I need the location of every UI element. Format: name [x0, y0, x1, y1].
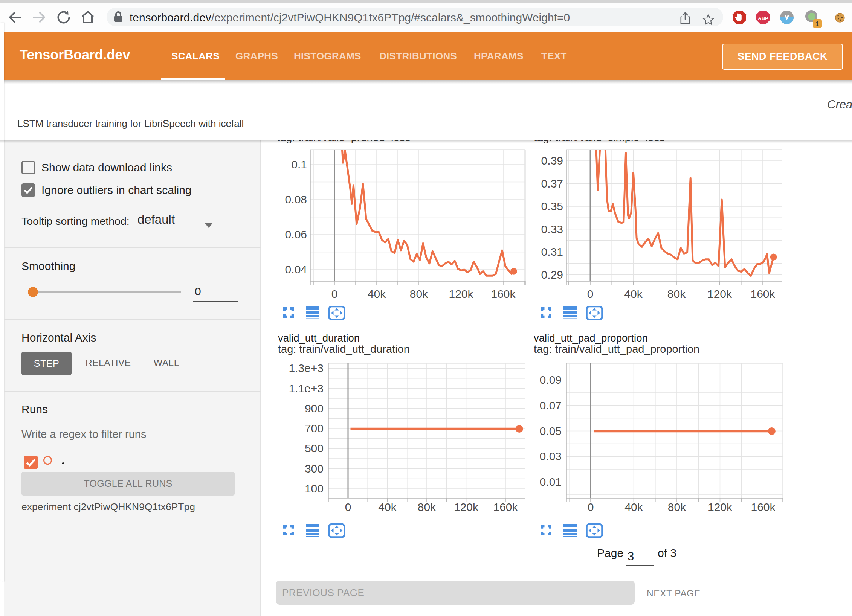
- svg-text:0.29: 0.29: [541, 268, 563, 281]
- svg-text:0.03: 0.03: [540, 450, 562, 462]
- svg-text:0.04: 0.04: [285, 263, 307, 276]
- svg-text:tag: train/valid_utt_pad_propo: tag: train/valid_utt_pad_proportion: [534, 343, 699, 355]
- svg-text:0.33: 0.33: [541, 223, 563, 235]
- svg-text:0.06: 0.06: [285, 228, 307, 241]
- svg-text:valid_utt_duration: valid_utt_duration: [278, 332, 360, 344]
- svg-text:0.08: 0.08: [285, 193, 307, 206]
- svg-text:160k: 160k: [491, 288, 516, 300]
- svg-text:120k: 120k: [707, 288, 732, 300]
- svg-text:80k: 80k: [410, 288, 428, 300]
- svg-text:160k: 160k: [751, 501, 776, 513]
- svg-text:0.1: 0.1: [291, 158, 307, 171]
- svg-text:300: 300: [305, 462, 324, 475]
- svg-text:40k: 40k: [624, 288, 643, 300]
- svg-text:160k: 160k: [493, 501, 518, 513]
- svg-text:80k: 80k: [668, 501, 686, 513]
- svg-text:0.05: 0.05: [540, 425, 562, 437]
- svg-text:0.07: 0.07: [540, 399, 562, 412]
- svg-text:1.3e+3: 1.3e+3: [289, 362, 324, 374]
- svg-text:120k: 120k: [454, 501, 479, 513]
- svg-text:0: 0: [345, 501, 351, 513]
- svg-text:40k: 40k: [624, 501, 643, 513]
- svg-text:120k: 120k: [449, 288, 473, 300]
- svg-text:0.35: 0.35: [541, 200, 563, 212]
- svg-text:80k: 80k: [667, 288, 686, 300]
- svg-text:0.09: 0.09: [540, 374, 562, 386]
- svg-text:40k: 40k: [368, 288, 386, 300]
- svg-text:900: 900: [305, 402, 324, 415]
- svg-text:0.01: 0.01: [540, 476, 562, 488]
- svg-text:80k: 80k: [418, 501, 436, 513]
- svg-text:0: 0: [587, 288, 594, 300]
- svg-text:1: 1: [815, 20, 819, 27]
- svg-text:0.37: 0.37: [541, 177, 563, 190]
- svg-text:0: 0: [588, 501, 594, 513]
- svg-text:700: 700: [305, 422, 324, 435]
- svg-text:valid_utt_pad_proportion: valid_utt_pad_proportion: [534, 332, 648, 344]
- svg-text:100: 100: [305, 482, 324, 495]
- svg-text:tag: train/valid_utt_duration: tag: train/valid_utt_duration: [278, 343, 410, 355]
- svg-text:1.1e+3: 1.1e+3: [289, 382, 324, 395]
- svg-text:160k: 160k: [750, 288, 775, 300]
- svg-text:0.31: 0.31: [541, 245, 563, 258]
- svg-text:0.39: 0.39: [541, 154, 563, 167]
- svg-text:40k: 40k: [378, 501, 397, 513]
- svg-text:0: 0: [331, 288, 338, 300]
- svg-text:500: 500: [305, 442, 324, 454]
- svg-text:120k: 120k: [708, 501, 733, 513]
- svg-text:ABP: ABP: [758, 15, 768, 21]
